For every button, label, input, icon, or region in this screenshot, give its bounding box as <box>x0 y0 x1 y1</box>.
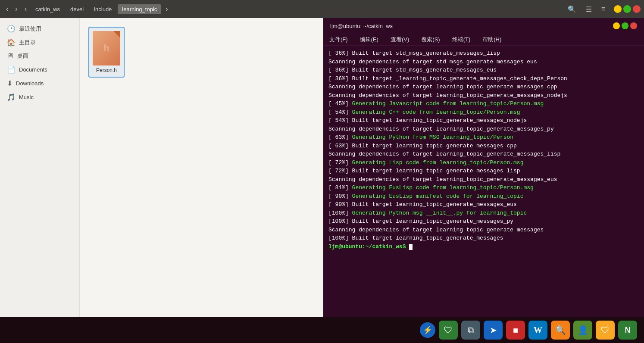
terminal-prompt-line: ljm@ubuntu:~/catkin_ws$ <box>328 243 639 251</box>
terminal-line: [ 36%] Built target std_msgs_generate_me… <box>328 49 639 58</box>
sidebar-item-music-label: Music <box>19 94 34 100</box>
arrow-taskbar-icon[interactable]: ➤ <box>484 321 503 340</box>
copy-taskbar-icon[interactable]: ⧉ <box>461 321 480 340</box>
terminal-minimize-button[interactable] <box>613 22 620 29</box>
terminal-menu-file[interactable]: 文件(F) <box>327 35 350 44</box>
terminal-line: Scanning dependencies of target learning… <box>328 83 639 91</box>
terminal-menu-view[interactable]: 查看(V) <box>388 35 412 44</box>
terminal-line: [ 72%] Built target learning_topic_gener… <box>328 167 639 175</box>
nav-up-button[interactable]: ‹ <box>22 3 29 15</box>
terminal-menu-terminal[interactable]: 终端(T) <box>450 35 473 44</box>
sidebar-item-recent-label: 最近使用 <box>19 25 41 33</box>
terminal-line: [ 45%] Generating Javascript code from l… <box>328 100 639 108</box>
desktop-icon: 🖥 <box>7 52 14 60</box>
file-manager-topbar: ‹ › ‹ catkin_ws devel include learning_t… <box>0 0 644 18</box>
breadcrumb-devel[interactable]: devel <box>66 4 88 14</box>
terminal-line: [ 72%] Generating Lisp code from learnin… <box>328 159 639 167</box>
terminal-titlebar: ljm@ubuntu: ~/catkin_ws <box>323 18 644 34</box>
user-taskbar-icon[interactable]: 👤 <box>573 321 592 340</box>
terminal-panel: ljm@ubuntu: ~/catkin_ws 文件(F) 编辑(E) 查看(V… <box>323 18 644 317</box>
terminal-maximize-button[interactable] <box>622 22 628 29</box>
terminal-line: [ 36%] Built target _learning_topic_gene… <box>328 75 639 83</box>
main-area: 🕐 最近使用 🏠 主目录 🖥 桌面 📄 Documents ⬇ Download… <box>0 18 644 317</box>
terminal-line: [100%] Built target learning_topic_gener… <box>328 234 639 243</box>
terminal-line: Scanning dependencies of target std_msgs… <box>328 58 639 66</box>
menu-button[interactable]: ≡ <box>598 3 609 15</box>
terminal-line: [ 90%] Generating EusLisp manifest code … <box>328 192 639 201</box>
blue-w-taskbar-icon[interactable]: W <box>528 321 547 340</box>
nav-back-button[interactable]: ‹ <box>3 3 11 15</box>
sidebar-item-documents-label: Documents <box>19 66 47 73</box>
list-view-button[interactable]: ☰ <box>582 3 595 15</box>
terminal-line: Scanning dependencies of target learning… <box>328 150 639 159</box>
breadcrumb-learning-topic[interactable]: learning_topic <box>118 4 161 14</box>
terminal-line: Scanning dependencies of target learning… <box>328 125 639 134</box>
nvidia-taskbar-icon[interactable]: N <box>618 321 637 340</box>
terminal-line: [ 54%] Generating C++ code from learning… <box>328 108 639 117</box>
search-button[interactable]: 🔍 <box>564 3 580 15</box>
terminal-cursor <box>409 244 413 250</box>
terminal-menu-help[interactable]: 帮助(H) <box>480 35 504 44</box>
terminal-menu-edit[interactable]: 编辑(E) <box>357 35 381 44</box>
terminal-line: [100%] Built target learning_topic_gener… <box>328 217 639 226</box>
music-icon: 🎵 <box>7 93 16 101</box>
terminal-line: Scanning dependencies of target learning… <box>328 91 639 100</box>
file-icon-person-h: h <box>93 31 120 65</box>
downloads-icon: ⬇ <box>7 79 13 87</box>
file-item-person-h[interactable]: h Person.h <box>88 27 125 78</box>
terminal-body[interactable]: [ 36%] Built target std_msgs_generate_me… <box>323 46 644 317</box>
terminal-menu-search[interactable]: 搜索(S) <box>419 35 442 44</box>
sidebar-item-documents[interactable]: 📄 Documents <box>2 63 78 76</box>
terminal-line: [ 36%] Built target std_msgs_generate_me… <box>328 66 639 75</box>
terminal-line: [ 63%] Built target learning_topic_gener… <box>328 142 639 150</box>
sidebar-item-downloads[interactable]: ⬇ Downloads <box>2 77 78 90</box>
terminal-line: Scanning dependencies of target learning… <box>328 226 639 234</box>
terminal-line: [100%] Generating Python msg __init__.py… <box>328 209 639 218</box>
terminal-line: [ 54%] Built target learning_topic_gener… <box>328 116 639 125</box>
terminal-line: [ 63%] Generating Python from MSG learni… <box>328 133 639 142</box>
file-manager: 🕐 最近使用 🏠 主目录 🖥 桌面 📄 Documents ⬇ Download… <box>0 18 323 317</box>
recent-icon: 🕐 <box>7 25 16 33</box>
file-label-person-h: Person.h <box>96 67 117 73</box>
breadcrumb-include[interactable]: include <box>90 4 116 14</box>
terminal-line: [ 90%] Built target learning_topic_gener… <box>328 200 639 209</box>
terminal-menubar: 文件(F) 编辑(E) 查看(V) 搜索(S) 终端(T) 帮助(H) <box>323 34 644 46</box>
yellow-shield-taskbar-icon[interactable]: 🛡 <box>596 321 615 340</box>
terminal-close-button[interactable] <box>630 22 637 29</box>
sidebar-item-home-label: 主目录 <box>19 39 36 47</box>
sidebar-item-desktop-label: 桌面 <box>17 52 28 60</box>
window-close-button[interactable] <box>633 5 641 13</box>
file-content-area: h Person.h <box>80 18 323 317</box>
terminal-title: ljm@ubuntu: ~/catkin_ws <box>330 23 393 29</box>
home-icon: 🏠 <box>7 38 16 47</box>
shield-taskbar-icon[interactable]: 🛡 <box>439 321 458 340</box>
sidebar-item-desktop[interactable]: 🖥 桌面 <box>2 50 78 62</box>
sidebar: 🕐 最近使用 🏠 主目录 🖥 桌面 📄 Documents ⬇ Download… <box>0 18 80 317</box>
red-box-taskbar-icon[interactable]: ■ <box>506 321 525 340</box>
documents-icon: 📄 <box>7 65 16 74</box>
sidebar-item-downloads-label: Downloads <box>16 80 44 87</box>
breadcrumb-expand-button[interactable]: › <box>163 3 170 15</box>
window-minimize-button[interactable] <box>614 5 622 13</box>
terminal-line: Scanning dependencies of target learning… <box>328 175 639 184</box>
sidebar-item-home[interactable]: 🏠 主目录 <box>2 36 78 49</box>
breadcrumb-catkin-ws[interactable]: catkin_ws <box>31 4 64 14</box>
sidebar-item-music[interactable]: 🎵 Music <box>2 90 78 104</box>
bluetooth-taskbar-icon[interactable]: ⚡ <box>420 322 435 338</box>
terminal-line: [ 81%] Generating EusLisp code from lear… <box>328 184 639 192</box>
window-maximize-button[interactable] <box>623 5 631 13</box>
search-taskbar-icon[interactable]: 🔍 <box>551 321 570 340</box>
taskbar: ⚡ 🛡 ⧉ ➤ ■ W 🔍 👤 🛡 N <box>0 317 644 343</box>
sidebar-item-recent[interactable]: 🕐 最近使用 <box>2 22 78 35</box>
nav-forward-button[interactable]: › <box>13 3 20 15</box>
